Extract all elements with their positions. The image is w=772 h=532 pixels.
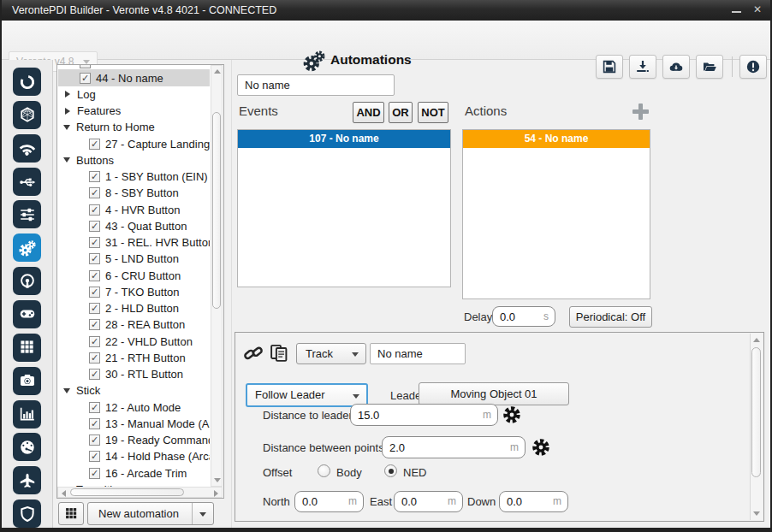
checkbox[interactable]: ✓ [89, 303, 100, 314]
tree-item-group[interactable]: Log [58, 86, 210, 103]
checkbox[interactable]: ✓ [89, 187, 100, 198]
import-button[interactable] [629, 55, 656, 79]
tree-item-automation[interactable]: ✓12 - Auto Mode [58, 399, 210, 416]
tree-item-automation[interactable]: ✓4 - HVR Button [58, 201, 210, 218]
sidebar-item-flight[interactable] [13, 466, 41, 494]
tree-item-automation[interactable]: ✓5 - LND Button [58, 251, 210, 268]
leader-object-button[interactable]: Moving Object 01 [419, 382, 569, 405]
tree-item-automation[interactable]: ✓8 - SBY Button [58, 185, 210, 202]
scroll-right-icon[interactable] [214, 490, 218, 497]
east-input[interactable]: 0.0 m [394, 491, 463, 512]
scroll-down-icon[interactable] [753, 511, 760, 516]
checkbox[interactable]: ✓ [89, 287, 100, 298]
checkbox[interactable]: ✓ [89, 253, 100, 264]
tree-item-automation[interactable]: ✓22 - VHLD Button [58, 333, 210, 350]
tree-item-automation[interactable]: ✓27 - Capture Landing P [58, 135, 210, 152]
checkbox[interactable]: ✓ [89, 336, 100, 347]
checkbox[interactable]: ✓ [89, 139, 100, 150]
north-input[interactable]: 0.0 m [294, 491, 364, 512]
tree-item-automation[interactable]: ✓44 - No name [58, 69, 210, 86]
automation-name-input[interactable] [237, 74, 395, 96]
sidebar-item-camera[interactable] [13, 367, 41, 395]
operator-not-button[interactable]: NOT [418, 102, 448, 123]
tree-vertical-scrollbar[interactable] [211, 65, 223, 487]
checkbox[interactable]: ✓ [89, 221, 100, 232]
checkbox[interactable]: ✓ [89, 319, 100, 330]
distance-between-points-input[interactable]: 2.0 m [382, 436, 526, 458]
delay-input[interactable]: 0.0 s [492, 306, 555, 327]
editor-scrollbar-thumb[interactable] [751, 347, 761, 477]
tree-item-automation[interactable]: ✓1 - SBY Button (EIN) [58, 168, 210, 186]
action-name-input[interactable] [370, 343, 466, 364]
action-item[interactable]: 54 - No name [463, 130, 650, 148]
sidebar-item-platform[interactable] [13, 101, 41, 129]
down-input[interactable]: 0.0 m [499, 491, 568, 512]
tree-item-automation[interactable]: ✓19 - Ready Command [58, 432, 210, 449]
caret-right-icon[interactable] [65, 91, 70, 98]
chevron-down-icon[interactable] [199, 512, 206, 517]
sidebar-item-usb[interactable] [13, 168, 41, 196]
tree-item-automation[interactable]: ✓28 - REA Button [58, 316, 210, 334]
checkbox[interactable]: ✓ [89, 352, 100, 364]
add-action-icon[interactable] [632, 103, 649, 120]
tree-item-group[interactable]: Buttons [58, 151, 210, 168]
checkbox[interactable]: ✓ [89, 402, 100, 413]
caret-right-icon[interactable] [65, 108, 70, 115]
tree-item-automation[interactable]: ✓2 - HLD Button [58, 300, 210, 317]
scroll-up-icon[interactable] [214, 69, 221, 74]
automation-grid-view-button[interactable] [58, 502, 84, 525]
tree-item-group[interactable]: Return to Home [58, 119, 210, 136]
tree-scrollbar-thumb[interactable] [212, 112, 221, 309]
sidebar-item-automations[interactable] [13, 233, 41, 262]
checkbox[interactable]: ✓ [89, 237, 100, 248]
checkbox[interactable]: ✓ [89, 369, 100, 380]
tree-horizontal-scrollbar[interactable] [57, 487, 223, 498]
checkbox[interactable]: ✓ [89, 270, 100, 281]
link-icon[interactable] [242, 342, 264, 364]
operator-and-button[interactable]: AND [353, 102, 384, 123]
checkbox[interactable]: ✓ [89, 204, 100, 216]
editor-vertical-scrollbar[interactable] [750, 334, 763, 520]
sidebar-item-sensors[interactable] [13, 267, 41, 295]
event-item[interactable]: 107 - No name [238, 130, 450, 148]
checkbox[interactable]: ✓ [89, 171, 100, 182]
distance-to-leader-input[interactable]: 15.0 m [350, 404, 498, 426]
copy-icon[interactable] [268, 342, 290, 364]
caret-down-icon[interactable] [63, 157, 70, 163]
sidebar-item-stick[interactable] [13, 300, 41, 328]
tree-item-automation[interactable]: ✓31 - REL. HVR Button [58, 234, 210, 251]
sidebar-item-charts[interactable] [13, 400, 41, 429]
periodical-toggle-button[interactable]: Periodical: Off [569, 306, 652, 328]
tree-item-automation[interactable]: ✓13 - Manual Mode (Arc [58, 415, 210, 432]
checkbox[interactable]: ✓ [89, 418, 100, 429]
cloud-download-button[interactable] [662, 55, 690, 79]
save-button[interactable] [596, 55, 623, 79]
track-mode-selector[interactable]: Follow Leader [246, 383, 368, 407]
offset-ned-radio[interactable] [384, 464, 397, 477]
caret-down-icon[interactable] [63, 125, 70, 130]
tree-item-automation[interactable]: ✓14 - Hold Phase (Arcad [58, 448, 210, 465]
tree-item-automation[interactable]: ✓43 - Quat Button [58, 217, 210, 234]
close-icon[interactable]: ✕ [753, 0, 762, 20]
minimize-icon[interactable] [732, 11, 741, 13]
checkbox[interactable]: ✓ [89, 434, 100, 446]
scroll-up-icon[interactable] [753, 338, 760, 342]
sidebar-item-apps[interactable] [13, 334, 41, 362]
tree-item-automation[interactable]: ✓16 - Arcade Trim [58, 464, 210, 482]
settings-gear-icon[interactable] [502, 405, 521, 424]
open-file-button[interactable] [696, 55, 723, 79]
tree-item-automation[interactable]: ✓7 - TKO Button [58, 283, 210, 300]
tree-hscrollbar-thumb[interactable] [70, 488, 184, 496]
checkbox[interactable]: ✓ [89, 451, 100, 462]
tree-item-group[interactable]: Features [58, 103, 210, 120]
offset-body-radio[interactable] [318, 464, 330, 477]
tree-item-automation[interactable]: ✓30 - RTL Button [58, 366, 210, 383]
settings-gear-icon[interactable] [531, 438, 550, 457]
sidebar-item-safety[interactable] [13, 499, 41, 528]
tree-item-automation[interactable]: ✓21 - RTH Button [58, 349, 210, 366]
sidebar-item-configuration[interactable] [13, 200, 41, 228]
sidebar-item-dashboard[interactable] [13, 433, 41, 461]
scroll-down-icon[interactable] [214, 478, 221, 482]
checkbox[interactable]: ✓ [80, 73, 91, 84]
scroll-left-icon[interactable] [62, 490, 66, 497]
